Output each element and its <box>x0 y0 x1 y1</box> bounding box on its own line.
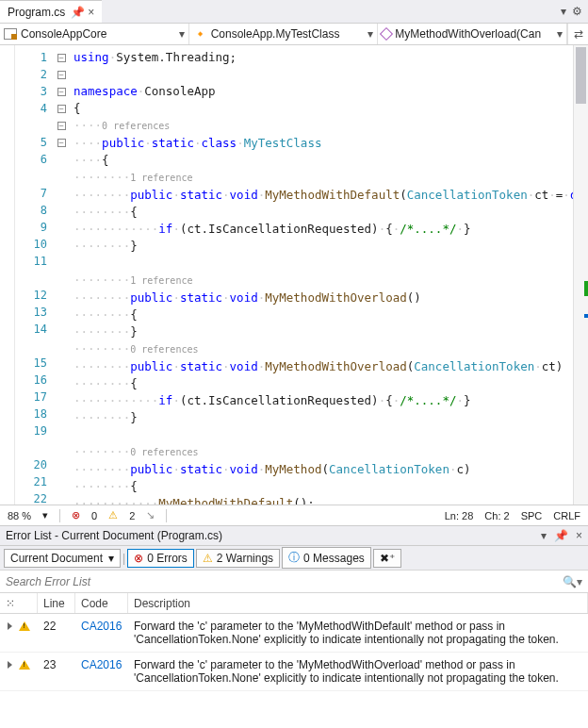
close-icon[interactable]: × <box>88 6 94 19</box>
warnings-filter[interactable]: ⚠2 Warnings <box>196 549 280 568</box>
close-icon[interactable]: × <box>576 529 582 542</box>
search-icon[interactable]: 🔍▾ <box>563 575 582 588</box>
pin-icon[interactable]: 📌 <box>554 529 568 542</box>
code-text[interactable]: using·System.Threading; namespace·Consol… <box>70 45 573 505</box>
scrollbar-thumb[interactable] <box>576 47 586 104</box>
error-list-panel: Error List - Current Document (Program.c… <box>0 525 588 728</box>
col-indicator[interactable]: Ch: 2 <box>484 510 509 521</box>
error-list-grid[interactable]: ⁙ Line Code Description 22 CA2016 Forwar… <box>0 593 588 728</box>
editor-status-bar: 88 %▾ ⊗0 ⚠2 ↘ Ln: 28 Ch: 2 SPC CRLF <box>0 505 588 525</box>
scrollbar-mark <box>584 289 588 296</box>
code-editor[interactable]: 1234 56 7891011 121314 1516171819 202122… <box>0 45 588 505</box>
expand-icon[interactable] <box>8 661 12 669</box>
panel-header[interactable]: Error List - Current Document (Program.c… <box>0 525 588 546</box>
col-description[interactable]: Description <box>128 593 588 613</box>
panel-title: Error List - Current Document (Program.c… <box>6 529 222 542</box>
search-input[interactable] <box>6 575 563 588</box>
error-row[interactable]: 22 CA2016 Forward the 'c' parameter to t… <box>0 614 588 653</box>
tab-toolbar: ▾ ⚙ <box>561 5 588 18</box>
search-error-list[interactable]: 🔍▾ <box>0 571 588 593</box>
class-icon: 🔸 <box>193 27 207 41</box>
swap-panes-button[interactable]: ⇄ <box>567 24 588 44</box>
csharp-project-icon <box>4 28 17 40</box>
navigation-bar: ConsoleAppCore 🔸 ConsoleApp.MyTestClass … <box>0 23 588 45</box>
warning-icon <box>19 660 30 670</box>
class-name: ConsoleApp.MyTestClass <box>211 27 340 41</box>
dropdown-icon[interactable]: ▾ <box>541 529 547 542</box>
build-intellisense-filter[interactable]: ✖⁺ <box>373 549 401 568</box>
grid-header[interactable]: ⁙ Line Code Description <box>0 593 588 614</box>
col-code[interactable]: Code <box>75 593 128 613</box>
indent-mode[interactable]: SPC <box>521 510 543 521</box>
line-ending[interactable]: CRLF <box>553 510 580 521</box>
scrollbar-caret-mark <box>584 314 588 318</box>
filter-icon: ✖⁺ <box>380 552 395 565</box>
col-severity[interactable]: ⁙ <box>0 593 38 613</box>
class-selector[interactable]: 🔸 ConsoleApp.MyTestClass <box>189 24 379 44</box>
chevron-down-icon <box>179 27 185 41</box>
line-indicator[interactable]: Ln: 28 <box>445 510 474 521</box>
code-link[interactable]: CA2016 <box>75 620 128 633</box>
error-icon[interactable]: ⊗ <box>72 509 80 521</box>
tab-program-cs[interactable]: Program.cs 📌 × <box>0 0 102 23</box>
gear-icon[interactable]: ⚙ <box>572 5 582 18</box>
method-icon <box>380 27 393 41</box>
col-line[interactable]: Line <box>38 593 75 613</box>
warning-icon <box>19 621 30 631</box>
error-icon: ⊗ <box>134 552 143 565</box>
info-icon: ⓘ <box>288 550 300 566</box>
zoom-level[interactable]: 88 % <box>8 510 31 521</box>
vertical-scrollbar[interactable] <box>573 45 588 505</box>
pin-icon[interactable]: 📌 <box>71 6 82 19</box>
outlining-margin[interactable]: −−−−−− <box>53 45 70 505</box>
chevron-down-icon <box>368 27 373 41</box>
indicator-margin <box>0 45 15 505</box>
warning-icon[interactable]: ⚠ <box>108 509 118 521</box>
scope-selector[interactable]: Current Document▾ <box>4 549 121 568</box>
member-name: MyMethodWithOverload(Can <box>395 27 541 41</box>
document-tabs: Program.cs 📌 × ▾ ⚙ <box>0 0 588 23</box>
project-name: ConsoleAppCore <box>21 27 106 41</box>
error-row[interactable]: 23 CA2016 Forward the 'c' parameter to t… <box>0 653 588 691</box>
error-list-toolbar: Current Document▾ | ⊗0 Errors ⚠2 Warning… <box>0 546 588 571</box>
project-selector[interactable]: ConsoleAppCore <box>0 24 189 44</box>
chevron-down-icon <box>557 27 563 41</box>
line-numbers: 1234 56 7891011 121314 1516171819 202122… <box>15 45 53 505</box>
messages-filter[interactable]: ⓘ0 Messages <box>282 547 371 569</box>
member-selector[interactable]: MyMethodWithOverload(Can <box>378 24 567 44</box>
dropdown-icon[interactable]: ▾ <box>561 5 566 18</box>
scrollbar-mark <box>584 281 588 289</box>
expand-icon[interactable] <box>8 622 12 630</box>
warning-icon: ⚠ <box>203 552 213 565</box>
tab-label: Program.cs <box>8 6 65 19</box>
errors-filter[interactable]: ⊗0 Errors <box>127 549 194 568</box>
code-link[interactable]: CA2016 <box>75 658 128 671</box>
